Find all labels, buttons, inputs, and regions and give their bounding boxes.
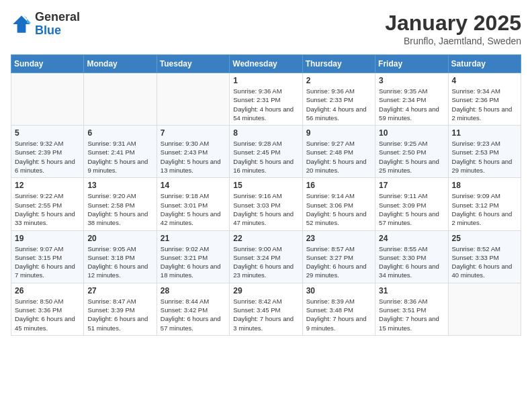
day-number: 18 [452,181,517,190]
day-number: 21 [161,234,226,243]
day-info: Sunrise: 9:00 AM Sunset: 3:24 PM Dayligh… [233,244,298,280]
day-info: Sunrise: 9:32 AM Sunset: 2:39 PM Dayligh… [15,139,80,175]
day-number: 5 [15,128,80,138]
calendar-cell: 4Sunrise: 9:34 AM Sunset: 2:36 PM Daylig… [448,73,521,126]
day-number: 9 [306,128,371,138]
day-number: 14 [161,181,226,190]
calendar-cell: 30Sunrise: 8:39 AM Sunset: 3:48 PM Dayli… [302,283,375,335]
calendar-cell: 21Sunrise: 9:02 AM Sunset: 3:21 PM Dayli… [157,230,229,283]
day-info: Sunrise: 8:39 AM Sunset: 3:48 PM Dayligh… [306,297,371,332]
calendar-cell: 23Sunrise: 8:57 AM Sunset: 3:27 PM Dayli… [302,230,375,283]
day-info: Sunrise: 9:27 AM Sunset: 2:48 PM Dayligh… [306,139,371,175]
day-number: 29 [233,286,298,295]
day-info: Sunrise: 9:30 AM Sunset: 2:43 PM Dayligh… [161,139,226,175]
calendar-cell: 6Sunrise: 9:31 AM Sunset: 2:41 PM Daylig… [84,126,157,178]
calendar-cell: 22Sunrise: 9:00 AM Sunset: 3:24 PM Dayli… [230,230,302,283]
calendar-cell: 29Sunrise: 8:42 AM Sunset: 3:45 PM Dayli… [230,283,302,335]
week-row-3: 12Sunrise: 9:22 AM Sunset: 2:55 PM Dayli… [11,178,521,230]
logo: General Blue [11,11,80,38]
day-info: Sunrise: 8:44 AM Sunset: 3:42 PM Dayligh… [161,297,226,332]
day-number: 16 [306,181,371,190]
day-info: Sunrise: 9:09 AM Sunset: 3:12 PM Dayligh… [452,191,517,227]
calendar-cell: 2Sunrise: 9:36 AM Sunset: 2:33 PM Daylig… [302,73,375,126]
logo-blue: Blue [35,24,61,37]
calendar-cell [11,73,84,126]
day-info: Sunrise: 8:47 AM Sunset: 3:39 PM Dayligh… [87,297,152,332]
calendar-cell: 15Sunrise: 9:16 AM Sunset: 3:03 PM Dayli… [230,178,302,230]
day-info: Sunrise: 9:22 AM Sunset: 2:55 PM Dayligh… [15,191,80,227]
logo-general: General [35,10,80,24]
day-number: 7 [161,128,226,138]
day-info: Sunrise: 9:31 AM Sunset: 2:41 PM Dayligh… [87,139,152,175]
calendar-table: SundayMondayTuesdayWednesdayThursdayFrid… [11,54,521,336]
day-info: Sunrise: 9:35 AM Sunset: 2:34 PM Dayligh… [379,87,444,122]
day-info: Sunrise: 9:18 AM Sunset: 3:01 PM Dayligh… [161,191,226,227]
calendar-cell: 20Sunrise: 9:05 AM Sunset: 3:18 PM Dayli… [84,230,157,283]
weekday-header-thursday: Thursday [302,55,375,73]
calendar-cell: 12Sunrise: 9:22 AM Sunset: 2:55 PM Dayli… [11,178,84,230]
day-info: Sunrise: 9:20 AM Sunset: 2:58 PM Dayligh… [87,191,152,227]
calendar-cell: 18Sunrise: 9:09 AM Sunset: 3:12 PM Dayli… [448,178,521,230]
day-number: 4 [452,76,517,85]
day-info: Sunrise: 9:11 AM Sunset: 3:09 PM Dayligh… [379,191,444,227]
weekday-header-row: SundayMondayTuesdayWednesdayThursdayFrid… [11,55,521,73]
calendar-cell: 1Sunrise: 9:36 AM Sunset: 2:31 PM Daylig… [230,73,302,126]
day-info: Sunrise: 8:50 AM Sunset: 3:36 PM Dayligh… [15,297,80,332]
day-info: Sunrise: 8:57 AM Sunset: 3:27 PM Dayligh… [306,244,371,280]
day-info: Sunrise: 9:34 AM Sunset: 2:36 PM Dayligh… [452,87,517,122]
day-info: Sunrise: 9:25 AM Sunset: 2:50 PM Dayligh… [379,139,444,175]
calendar-cell: 31Sunrise: 8:36 AM Sunset: 3:51 PM Dayli… [375,283,448,335]
day-number: 6 [87,128,152,138]
weekday-header-saturday: Saturday [448,55,521,73]
calendar-cell: 11Sunrise: 9:23 AM Sunset: 2:53 PM Dayli… [448,126,521,178]
calendar-cell: 17Sunrise: 9:11 AM Sunset: 3:09 PM Dayli… [375,178,448,230]
day-number: 25 [452,234,517,243]
location-subtitle: Brunflo, Jaemtland, Sweden [385,36,521,46]
day-number: 1 [233,76,298,85]
day-number: 27 [87,286,152,295]
calendar-cell [157,73,229,126]
month-title: January 2025 [385,11,521,36]
day-number: 28 [161,286,226,295]
weekday-header-tuesday: Tuesday [157,55,229,73]
day-number: 12 [15,181,80,190]
day-number: 20 [87,234,152,243]
calendar-cell [84,73,157,126]
calendar-cell: 24Sunrise: 8:55 AM Sunset: 3:30 PM Dayli… [375,230,448,283]
day-number: 31 [379,286,444,295]
calendar-cell: 25Sunrise: 8:52 AM Sunset: 3:33 PM Dayli… [448,230,521,283]
day-info: Sunrise: 9:14 AM Sunset: 3:06 PM Dayligh… [306,191,371,227]
day-info: Sunrise: 9:23 AM Sunset: 2:53 PM Dayligh… [452,139,517,175]
calendar-cell: 26Sunrise: 8:50 AM Sunset: 3:36 PM Dayli… [11,283,84,335]
calendar-cell: 27Sunrise: 8:47 AM Sunset: 3:39 PM Dayli… [84,283,157,335]
calendar-cell: 8Sunrise: 9:28 AM Sunset: 2:45 PM Daylig… [230,126,302,178]
day-number: 24 [379,234,444,243]
calendar-cell: 5Sunrise: 9:32 AM Sunset: 2:39 PM Daylig… [11,126,84,178]
day-number: 23 [306,234,371,243]
day-number: 26 [15,286,80,295]
weekday-header-wednesday: Wednesday [230,55,302,73]
day-number: 2 [306,76,371,85]
day-info: Sunrise: 9:02 AM Sunset: 3:21 PM Dayligh… [161,244,226,280]
weekday-header-friday: Friday [375,55,448,73]
day-number: 11 [452,128,517,138]
day-number: 22 [233,234,298,243]
weekday-header-sunday: Sunday [11,55,84,73]
day-number: 3 [379,76,444,85]
logo-text: General Blue [35,11,80,38]
day-info: Sunrise: 9:36 AM Sunset: 2:33 PM Dayligh… [306,87,371,122]
week-row-4: 19Sunrise: 9:07 AM Sunset: 3:15 PM Dayli… [11,230,521,283]
week-row-1: 1Sunrise: 9:36 AM Sunset: 2:31 PM Daylig… [11,73,521,126]
week-row-2: 5Sunrise: 9:32 AM Sunset: 2:39 PM Daylig… [11,126,521,178]
day-info: Sunrise: 9:05 AM Sunset: 3:18 PM Dayligh… [87,244,152,280]
day-info: Sunrise: 9:16 AM Sunset: 3:03 PM Dayligh… [233,191,298,227]
logo-icon [11,13,32,35]
calendar-cell: 7Sunrise: 9:30 AM Sunset: 2:43 PM Daylig… [157,126,229,178]
weekday-header-monday: Monday [84,55,157,73]
calendar-cell: 9Sunrise: 9:27 AM Sunset: 2:48 PM Daylig… [302,126,375,178]
day-info: Sunrise: 8:42 AM Sunset: 3:45 PM Dayligh… [233,297,298,332]
calendar-cell: 19Sunrise: 9:07 AM Sunset: 3:15 PM Dayli… [11,230,84,283]
calendar-cell: 14Sunrise: 9:18 AM Sunset: 3:01 PM Dayli… [157,178,229,230]
page-header: General Blue January 2025 Brunflo, Jaemt… [11,11,521,46]
day-info: Sunrise: 9:28 AM Sunset: 2:45 PM Dayligh… [233,139,298,175]
